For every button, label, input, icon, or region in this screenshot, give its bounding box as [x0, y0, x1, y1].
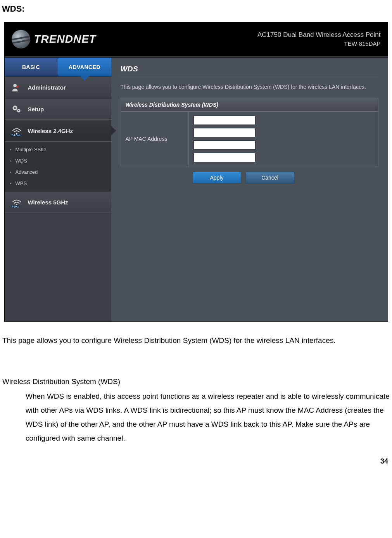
- mac-input-4[interactable]: [193, 153, 256, 162]
- svg-point-4: [18, 110, 19, 111]
- product-line1: AC1750 Dual Band Wireless Access Point: [257, 30, 381, 40]
- sidebar-item-administrator[interactable]: Administrator: [5, 76, 111, 98]
- band-badge-24: 2.4 GHz: [11, 134, 22, 137]
- wifi-icon: 2.4 GHz: [11, 126, 22, 136]
- brand-logo-icon: [12, 30, 30, 48]
- top-tabs: BASIC ADVANCED: [5, 58, 111, 76]
- sidebar-item-setup[interactable]: Setup: [5, 98, 111, 120]
- band-badge-5: 5 GHz: [11, 205, 19, 208]
- sidebar-subitems: Multiple SSID WDS Advanced WPS: [5, 142, 111, 191]
- brand-text: TRENDNET: [34, 33, 96, 45]
- mac-input-1[interactable]: [193, 116, 256, 125]
- button-row: Apply Cancel: [121, 166, 378, 183]
- sidebar-item-label: Wireless 5GHz: [28, 199, 68, 206]
- mac-input-3[interactable]: [193, 140, 256, 150]
- router-ui-screenshot: TRENDNET AC1750 Dual Band Wireless Acces…: [4, 22, 388, 322]
- svg-point-2: [14, 107, 16, 109]
- sidebar-item-label: Administrator: [28, 84, 66, 91]
- page-description: This page allows you to configure Wirele…: [121, 83, 378, 91]
- doc-paragraph-1: This page allows you to configure Wirele…: [2, 334, 390, 348]
- document-body-text: This page allows you to configure Wirele…: [0, 334, 392, 446]
- panel-body: AP MAC Address: [121, 112, 378, 166]
- product-name: AC1750 Dual Band Wireless Access Point T…: [257, 30, 381, 48]
- sidebar-item-wireless-5[interactable]: 5 GHz Wireless 5GHz: [5, 191, 111, 213]
- sidebar: BASIC ADVANCED Administrator Setup 2.4 G…: [5, 58, 111, 322]
- cancel-button[interactable]: Cancel: [246, 172, 294, 183]
- panel-header: Wireless Distribution System (WDS): [121, 98, 378, 112]
- sidebar-sub-multiple-ssid[interactable]: Multiple SSID: [5, 144, 111, 155]
- doc-subheading: Wireless Distribution System (WDS): [2, 375, 390, 389]
- sidebar-item-wireless-24[interactable]: 2.4 GHz Wireless 2.4GHz: [5, 120, 111, 142]
- svg-point-0: [13, 84, 17, 87]
- gear-icon: [11, 104, 22, 114]
- sidebar-item-label: Setup: [28, 106, 44, 112]
- page-title: WDS: [121, 65, 378, 76]
- sidebar-item-label: Wireless 2.4GHz: [28, 128, 73, 134]
- sidebar-sub-wps[interactable]: WPS: [5, 178, 111, 189]
- tab-basic[interactable]: BASIC: [5, 58, 58, 76]
- mac-input-group: [189, 112, 378, 166]
- sidebar-sub-wds[interactable]: WDS: [5, 155, 111, 166]
- brand-logo: TRENDNET: [12, 30, 96, 48]
- main-content: WDS This page allows you to configure Wi…: [111, 58, 388, 322]
- field-label-apmac: AP MAC Address: [121, 112, 189, 166]
- ui-body: BASIC ADVANCED Administrator Setup 2.4 G…: [5, 58, 388, 322]
- doc-section-title: WDS:: [0, 0, 392, 22]
- page-number: 34: [0, 446, 392, 465]
- wifi-icon: 5 GHz: [11, 197, 22, 207]
- tab-advanced[interactable]: ADVANCED: [58, 58, 111, 76]
- product-model: TEW-815DAP: [257, 40, 381, 48]
- admin-icon: [11, 82, 22, 92]
- mac-input-2[interactable]: [193, 128, 256, 137]
- ui-header: TRENDNET AC1750 Dual Band Wireless Acces…: [5, 22, 388, 56]
- doc-paragraph-2: When WDS is enabled, this access point f…: [2, 389, 390, 445]
- wds-panel: Wireless Distribution System (WDS) AP MA…: [121, 98, 378, 166]
- apply-button[interactable]: Apply: [193, 172, 241, 183]
- sidebar-sub-advanced[interactable]: Advanced: [5, 166, 111, 178]
